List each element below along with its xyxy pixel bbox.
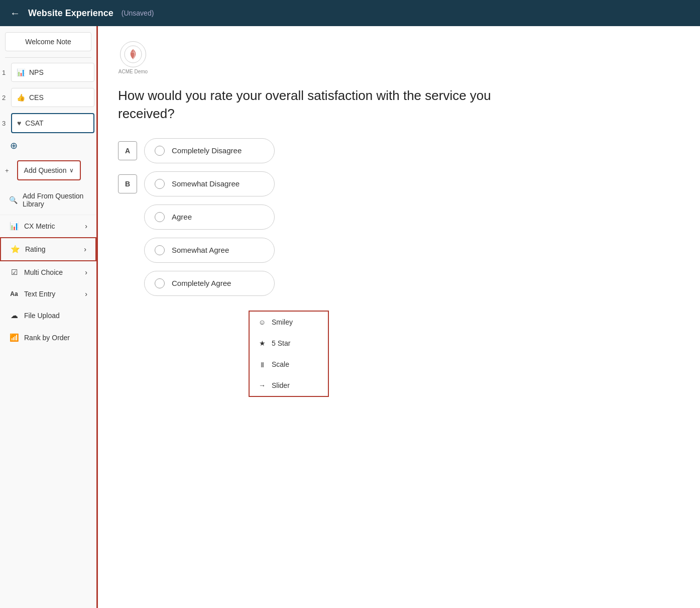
slider-label: Slider [272, 381, 290, 389]
main-content: ACME Demo How would you rate your overal… [98, 26, 700, 608]
nps-label: NPS [29, 68, 44, 76]
csat-label: CSAT [25, 119, 43, 127]
scale-icon: ||| [258, 361, 267, 367]
multi-choice-arrow-icon: › [85, 268, 87, 276]
text-entry-icon: Aa [9, 290, 19, 297]
add-question-label: Add Question [24, 166, 67, 174]
brand-logo-circle [120, 41, 146, 67]
nps-icon: 📊 [17, 68, 25, 76]
answer-text-a: Completely Disagree [172, 146, 242, 155]
scale-label: Scale [272, 360, 289, 368]
sidebar-question-nps[interactable]: 📊 NPS [11, 63, 94, 82]
question-num-2: 2 [2, 94, 9, 102]
rating-icon: ⭐ [10, 245, 20, 254]
csat-icon: ♥ [17, 119, 21, 127]
answer-option-a: A Completely Disagree [118, 138, 680, 163]
multi-choice-item[interactable]: ☑ Multi Choice › [0, 261, 96, 283]
submenu-5star[interactable]: ★ 5 Star [250, 333, 328, 354]
rating-item[interactable]: ⭐ Rating › [0, 237, 96, 261]
question-num-1: 1 [2, 69, 9, 76]
smiley-label: Smiley [272, 318, 293, 326]
answer-pill-d[interactable]: Somewhat Agree [144, 238, 275, 263]
submenu-slider[interactable]: → Slider [250, 375, 328, 396]
add-question-chevron-icon: ∨ [69, 167, 74, 174]
brand-logo: ACME Demo [118, 41, 148, 74]
smiley-icon: ☺ [258, 318, 267, 326]
search-icon: 🔍 [9, 196, 18, 204]
rating-label: Rating [25, 245, 45, 253]
answer-text-c: Agree [172, 213, 192, 221]
answer-label-d [118, 241, 137, 260]
answer-radio-e[interactable] [155, 278, 165, 288]
welcome-note-item[interactable]: Welcome Note [5, 32, 91, 51]
file-upload-item[interactable]: ☁ File Upload [0, 305, 96, 327]
answer-label-e [118, 274, 137, 293]
back-button[interactable]: ← [10, 8, 20, 19]
answer-label-b: B [118, 174, 137, 193]
answer-pill-a[interactable]: Completely Disagree [144, 138, 275, 163]
sidebar-divider-1 [5, 57, 91, 58]
cx-metric-label: CX Metric [24, 222, 55, 230]
page-title: Website Experience [28, 8, 113, 19]
answer-pill-c[interactable]: Agree [144, 205, 275, 230]
submenu-smiley[interactable]: ☺ Smiley [250, 312, 328, 333]
rating-submenu: ☺ Smiley ★ 5 Star ||| Scale → Slider [249, 311, 329, 397]
answer-option-b: B Somewhat Disagree [118, 171, 680, 196]
main-question-text: How would you rate your overall satisfac… [118, 86, 520, 123]
add-question-button[interactable]: Add Question ∨ [17, 160, 81, 180]
answer-option-e: Completely Agree [118, 271, 680, 296]
answer-label-a: A [118, 141, 137, 160]
answer-pill-b[interactable]: Somewhat Disagree [144, 171, 275, 196]
5star-label: 5 Star [272, 339, 290, 347]
multi-choice-label: Multi Choice [24, 268, 63, 276]
unsaved-label: (Unsaved) [122, 9, 154, 17]
ces-icon: 👍 [17, 93, 25, 102]
rating-arrow-icon: › [84, 245, 86, 253]
answer-text-b: Somewhat Disagree [172, 179, 240, 188]
text-entry-item[interactable]: Aa Text Entry › [0, 283, 96, 305]
rank-by-order-icon: 📶 [9, 333, 19, 342]
add-question-plus[interactable]: ⊕ [10, 140, 18, 151]
answer-text-d: Somewhat Agree [172, 246, 229, 254]
main-layout: Welcome Note 1 📊 NPS 2 👍 CES 3 ♥ CSAT [0, 26, 700, 608]
cx-metric-arrow-icon: › [85, 222, 87, 230]
cx-metric-item[interactable]: 📊 CX Metric › [0, 215, 96, 237]
topbar: ← Website Experience (Unsaved) [0, 0, 700, 26]
add-from-library-label: Add From Question Library [23, 192, 87, 208]
answer-radio-a[interactable] [155, 146, 165, 156]
answer-option-c: Agree [118, 205, 680, 230]
answer-label-c [118, 208, 137, 227]
text-entry-arrow-icon: › [85, 290, 87, 298]
question-num-3: 3 [2, 120, 9, 127]
sidebar-question-csat[interactable]: ♥ CSAT [11, 113, 94, 133]
text-entry-label: Text Entry [24, 290, 55, 298]
slider-icon: → [258, 381, 267, 389]
multi-choice-icon: ☑ [9, 268, 19, 277]
answer-radio-d[interactable] [155, 245, 165, 255]
answer-text-e: Completely Agree [172, 279, 231, 287]
sidebar: Welcome Note 1 📊 NPS 2 👍 CES 3 ♥ CSAT [0, 26, 98, 608]
cx-metric-icon: 📊 [9, 222, 19, 231]
ces-label: CES [29, 93, 44, 102]
brand-name: ACME Demo [119, 69, 148, 74]
sidebar-question-ces[interactable]: 👍 CES [11, 88, 94, 107]
file-upload-label: File Upload [24, 312, 60, 320]
answer-radio-c[interactable] [155, 212, 165, 222]
file-upload-icon: ☁ [9, 311, 19, 320]
5star-icon: ★ [258, 339, 267, 347]
submenu-scale[interactable]: ||| Scale [250, 354, 328, 375]
answer-pill-e[interactable]: Completely Agree [144, 271, 275, 296]
answer-radio-b[interactable] [155, 179, 165, 189]
answer-option-d: Somewhat Agree [118, 238, 680, 263]
add-from-library[interactable]: 🔍 Add From Question Library [0, 185, 96, 215]
rank-by-order-item[interactable]: 📶 Rank by Order [0, 327, 96, 349]
rank-by-order-label: Rank by Order [24, 334, 70, 342]
